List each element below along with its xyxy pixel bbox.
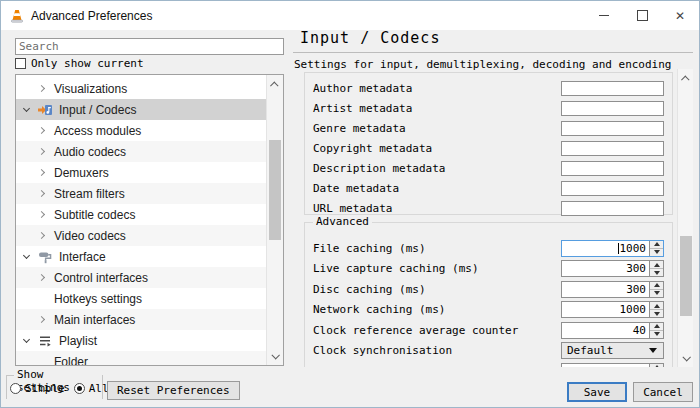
network-caching-ms-spinbox[interactable]: 1000 xyxy=(561,301,664,318)
author-metadata-input[interactable] xyxy=(561,81,664,96)
chevron-right-icon[interactable] xyxy=(36,167,48,179)
radio-label-all: All xyxy=(89,382,109,395)
sidebar-item-main-interfaces[interactable]: Main interfaces xyxy=(16,309,266,330)
sidebar-item-audio-codecs[interactable]: Audio codecs xyxy=(16,141,266,162)
text-caret xyxy=(618,243,619,254)
sidebar-item-subtitle-codecs[interactable]: Subtitle codecs xyxy=(16,204,266,225)
form-row-network-caching-ms: Network caching (ms)1000 xyxy=(305,300,672,321)
copyright-metadata-input[interactable] xyxy=(561,141,664,156)
scroll-down-icon[interactable] xyxy=(678,350,693,365)
clock-reference-average-counter-spinbox[interactable]: 40 xyxy=(561,322,664,339)
titlebar: Advanced Preferences ✕ xyxy=(1,1,699,30)
live-capture-caching-ms-spinbox[interactable]: 300 xyxy=(561,260,664,277)
show-settings-radios: SimpleAll xyxy=(10,382,114,395)
spin-up-icon[interactable] xyxy=(650,302,663,310)
search-input[interactable] xyxy=(15,38,284,55)
clock-jitter-spinbox[interactable]: 5000 xyxy=(561,363,664,367)
sidebar-item-hotkeys-settings[interactable]: Hotkeys settings xyxy=(16,288,266,309)
sidebar-item-label: Stream filters xyxy=(54,187,125,201)
content-scrollbar-thumb[interactable] xyxy=(680,236,692,316)
form-row-genre-metadata: Genre metadata xyxy=(305,118,672,138)
close-button[interactable]: ✕ xyxy=(661,1,699,30)
window-title: Advanced Preferences xyxy=(31,9,152,23)
clock-synchronisation-dropdown[interactable]: Default xyxy=(561,342,664,359)
chevron-down-icon xyxy=(649,348,657,353)
chevron-right-icon[interactable] xyxy=(36,230,48,242)
field-label: Network caching (ms) xyxy=(313,303,561,316)
radio-simple[interactable] xyxy=(10,383,21,394)
form-row-file-caching-ms: File caching (ms)1000 xyxy=(305,238,672,259)
scroll-up-icon[interactable] xyxy=(678,71,693,86)
disc-caching-ms-spinbox[interactable]: 300 xyxy=(561,281,664,298)
sidebar-item-input-codecs[interactable]: Input / Codecs xyxy=(16,99,266,120)
artist-metadata-input[interactable] xyxy=(561,101,664,116)
tree-rows: VisualizationsInput / CodecsAccess modul… xyxy=(16,78,266,366)
spin-up-icon[interactable] xyxy=(650,241,663,249)
spin-down-icon[interactable] xyxy=(650,269,663,276)
sidebar-item-control-interfaces[interactable]: Control interfaces xyxy=(16,267,266,288)
form-row-live-capture-caching-ms: Live capture caching (ms)300 xyxy=(305,259,672,280)
field-label: URL metadata xyxy=(313,202,561,215)
form-row-disc-caching-ms: Disc caching (ms)300 xyxy=(305,279,672,300)
sidebar-item-video-codecs[interactable]: Video codecs xyxy=(16,225,266,246)
chevron-right-icon[interactable] xyxy=(36,83,48,95)
scroll-down-icon[interactable] xyxy=(267,348,283,363)
sidebar-item-label: Audio codecs xyxy=(54,145,126,159)
chevron-down-icon[interactable] xyxy=(21,104,33,116)
file-caching-ms-spinbox[interactable]: 1000 xyxy=(561,240,664,257)
chevron-right-icon[interactable] xyxy=(36,146,48,158)
title-divider xyxy=(293,52,693,53)
form-row-copyright-metadata: Copyright metadata xyxy=(305,138,672,158)
date-metadata-input[interactable] xyxy=(561,181,664,196)
sidebar-item-folder[interactable]: Folder xyxy=(16,351,266,366)
chevron-right-icon[interactable] xyxy=(36,209,48,221)
advanced-group: Advanced File caching (ms)1000Live captu… xyxy=(304,222,673,367)
spin-buttons xyxy=(649,302,663,317)
sidebar-item-demuxers[interactable]: Demuxers xyxy=(16,162,266,183)
sidebar-item-visualizations[interactable]: Visualizations xyxy=(16,78,266,99)
chevron-right-icon[interactable] xyxy=(36,272,48,284)
sidebar-item-access-modules[interactable]: Access modules xyxy=(16,120,266,141)
scroll-up-icon[interactable] xyxy=(267,77,283,92)
sidebar-item-interface[interactable]: Interface xyxy=(16,246,266,267)
sidebar-item-label: Subtitle codecs xyxy=(54,208,135,222)
spin-down-icon[interactable] xyxy=(650,249,663,256)
radio-all[interactable] xyxy=(74,383,85,394)
chevron-right-icon[interactable] xyxy=(36,188,48,200)
interface-icon xyxy=(37,249,53,265)
only-show-current-checkbox[interactable]: Only show current xyxy=(15,57,144,70)
cancel-button[interactable]: Cancel xyxy=(633,382,693,402)
spin-up-icon[interactable] xyxy=(650,323,663,331)
spin-down-icon[interactable] xyxy=(650,331,663,338)
minimize-button[interactable] xyxy=(585,1,623,30)
reset-preferences-button[interactable]: Reset Preferences xyxy=(107,381,240,400)
chevron-down-icon[interactable] xyxy=(21,251,33,263)
field-label: Artist metadata xyxy=(313,102,561,115)
chevron-down-icon[interactable] xyxy=(21,335,33,347)
spin-down-icon[interactable] xyxy=(650,290,663,297)
spin-down-icon[interactable] xyxy=(650,310,663,317)
field-label: Disc caching (ms) xyxy=(313,283,561,296)
spinbox-value: 300 xyxy=(562,282,649,297)
sidebar-item-playlist[interactable]: Playlist xyxy=(16,330,266,351)
save-button[interactable]: Save xyxy=(567,382,627,402)
description-metadata-input[interactable] xyxy=(561,161,664,176)
url-metadata-input[interactable] xyxy=(561,201,664,216)
sidebar-item-stream-filters[interactable]: Stream filters xyxy=(16,183,266,204)
genre-metadata-input[interactable] xyxy=(561,121,664,136)
spin-up-icon[interactable] xyxy=(650,364,663,367)
spinbox-value: 1000 xyxy=(562,241,649,256)
minimize-icon xyxy=(599,15,609,16)
chevron-right-icon[interactable] xyxy=(36,125,48,137)
sidebar-item-label: Folder xyxy=(54,355,88,367)
content-scrollbar[interactable] xyxy=(677,69,693,367)
field-label: Clock synchronisation xyxy=(313,344,561,357)
spin-up-icon[interactable] xyxy=(650,261,663,269)
tree-scrollbar-thumb[interactable] xyxy=(269,140,281,240)
form-row-clock-jitter: Clock jitter5000 xyxy=(305,361,672,367)
maximize-button[interactable] xyxy=(623,1,661,30)
spinbox-value: 40 xyxy=(562,323,649,338)
spin-up-icon[interactable] xyxy=(650,282,663,290)
tree-scrollbar[interactable] xyxy=(266,75,283,365)
chevron-right-icon[interactable] xyxy=(36,314,48,326)
